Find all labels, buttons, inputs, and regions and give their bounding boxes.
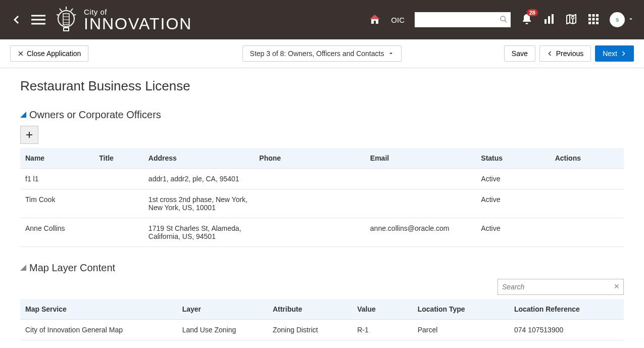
next-label: Next (603, 49, 617, 58)
cell-status: Active (476, 189, 550, 218)
svg-rect-14 (374, 21, 376, 24)
cell-actions (550, 169, 624, 189)
cell-status: Active (476, 169, 550, 189)
table-row[interactable]: Anne Collins1719 St Charles St, Alameda,… (20, 218, 624, 247)
svg-line-9 (60, 9, 62, 11)
cell-title (94, 218, 143, 247)
cell-name: f1 l1 (20, 169, 94, 189)
step-dropdown[interactable]: Step 3 of 8: Owners, Officers and Contac… (242, 45, 402, 62)
col-title: Title (94, 148, 143, 169)
cell-phone (254, 169, 365, 189)
home-icon[interactable] (369, 13, 381, 27)
cell-status: Active (476, 218, 550, 247)
app-abbrev: OIC (391, 16, 405, 24)
table-row[interactable]: f1 l1addr1, addr2, ple, CA, 95401Active (20, 169, 624, 189)
brand-logo: City of INNOVATION (54, 5, 192, 35)
cell-email: anne.collins@oracle.com (365, 218, 476, 247)
owners-section-header[interactable]: Owners or Corporate Officers (20, 109, 624, 121)
table-row[interactable]: Tim Cook1st cross 2nd phase, New York, N… (20, 189, 624, 218)
svg-rect-4 (63, 14, 69, 25)
close-application-label: Close Application (27, 49, 81, 58)
page-title: Restaurant Business License (20, 78, 624, 94)
svg-rect-28 (592, 22, 595, 24)
lightbulb-building-icon (54, 5, 79, 35)
caret-down-icon (628, 16, 634, 24)
cell-loc_ref: 074 107513900 (509, 320, 624, 340)
map-layer-table: Map Service Layer Attribute Value Locati… (20, 299, 624, 340)
cell-actions (550, 218, 624, 247)
global-search-input[interactable] (415, 12, 511, 27)
content-area: Restaurant Business License Owners or Co… (0, 68, 644, 348)
svg-rect-21 (588, 14, 591, 17)
svg-rect-13 (64, 28, 69, 31)
cell-email (365, 189, 476, 218)
cell-title (94, 189, 143, 218)
owners-section-title: Owners or Corporate Officers (29, 109, 161, 121)
col-value: Value (352, 299, 413, 320)
user-menu[interactable]: s (610, 12, 634, 27)
map-section-header[interactable]: Map Layer Content (20, 262, 624, 274)
map-search-input[interactable] (498, 279, 624, 295)
svg-rect-19 (552, 14, 554, 24)
col-attribute: Attribute (268, 299, 352, 320)
cell-address: addr1, addr2, ple, CA, 95401 (143, 169, 254, 189)
cell-name: Anne Collins (20, 218, 94, 247)
col-loc-type: Location Type (413, 299, 509, 320)
svg-rect-17 (544, 19, 547, 24)
svg-point-15 (501, 16, 505, 21)
step-label: Step 3 of 8: Owners, Officers and Contac… (250, 49, 384, 58)
svg-line-16 (505, 20, 507, 22)
svg-line-10 (71, 9, 73, 11)
cell-address: 1st cross 2nd phase, New York, New York,… (143, 189, 254, 218)
expand-triangle-icon (20, 264, 26, 272)
svg-rect-26 (596, 18, 599, 20)
cell-phone (254, 218, 365, 247)
svg-rect-18 (548, 16, 550, 24)
back-button[interactable] (10, 14, 22, 26)
notifications-button[interactable]: 28 (521, 13, 533, 27)
search-icon[interactable] (500, 15, 508, 25)
svg-rect-24 (588, 18, 591, 20)
toolbar: Close Application Step 3 of 8: Owners, O… (0, 39, 644, 68)
close-application-button[interactable]: Close Application (10, 45, 88, 62)
cell-value: R-1 (352, 320, 413, 340)
global-search (415, 12, 511, 27)
previous-button[interactable]: Previous (539, 45, 591, 62)
cell-phone (254, 189, 365, 218)
apps-grid-icon[interactable] (587, 13, 600, 27)
svg-rect-23 (596, 14, 599, 17)
cell-name: Tim Cook (20, 189, 94, 218)
svg-line-12 (73, 15, 76, 15)
cell-layer: Land Use Zoning (177, 320, 268, 340)
col-map-service: Map Service (20, 299, 177, 320)
top-header: City of INNOVATION OIC 28 (0, 0, 644, 39)
col-status: Status (476, 148, 550, 169)
map-icon[interactable] (565, 13, 577, 27)
map-section-title: Map Layer Content (29, 262, 115, 274)
reports-icon[interactable] (543, 13, 555, 27)
svg-rect-29 (596, 22, 599, 24)
save-button[interactable]: Save (504, 45, 535, 62)
hamburger-menu[interactable] (31, 14, 45, 25)
col-loc-ref: Location Reference (509, 299, 624, 320)
brand-main-text: INNOVATION (84, 16, 192, 32)
cell-service: City of Innovation General Map (20, 320, 177, 340)
save-label: Save (512, 49, 528, 58)
avatar: s (610, 12, 625, 27)
table-row[interactable]: City of Innovation General MapLand Use Z… (20, 320, 624, 340)
cell-actions (550, 189, 624, 218)
cell-attribute: Zoning District (268, 320, 352, 340)
col-layer: Layer (177, 299, 268, 320)
cell-email (365, 169, 476, 189)
svg-point-20 (572, 16, 574, 19)
notification-badge: 28 (527, 9, 538, 16)
svg-rect-27 (588, 22, 591, 24)
col-phone: Phone (254, 148, 365, 169)
svg-line-11 (57, 15, 59, 15)
col-address: Address (143, 148, 254, 169)
clear-search-icon[interactable]: ✕ (614, 282, 620, 290)
add-owner-button[interactable] (20, 126, 38, 144)
cell-title (94, 169, 143, 189)
col-email: Email (365, 148, 476, 169)
next-button[interactable]: Next (595, 45, 634, 62)
